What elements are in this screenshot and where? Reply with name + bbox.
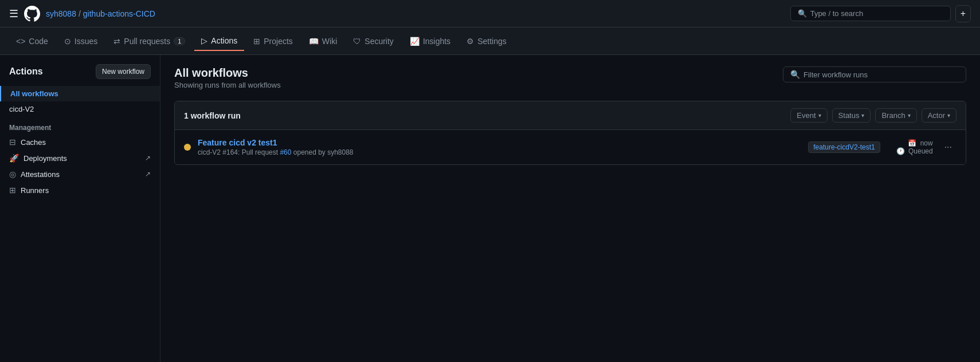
sidebar-item-attestations[interactable]: ◎ Attestations ↗ — [0, 166, 160, 182]
filter-branch-label: Branch — [881, 111, 905, 120]
sidebar-title: Actions — [9, 66, 43, 77]
repo-link[interactable]: github-actions-CICD — [83, 9, 155, 18]
nav-insights-label: Insights — [423, 37, 450, 46]
run-pr-link[interactable]: #60 — [280, 148, 291, 156]
search-icon: 🔍 — [798, 9, 807, 18]
repo-nav: <> Code ⊙ Issues ⇄ Pull requests 1 ▷ Act… — [0, 27, 980, 55]
runs-table-header: 1 workflow run Event ▾ Status ▾ Branch ▾ — [175, 101, 966, 130]
nav-item-actions[interactable]: ▷ Actions — [194, 32, 244, 51]
run-queued-text: Queued — [908, 147, 933, 155]
runners-label: Runners — [21, 186, 49, 195]
top-nav: ☰ syh8088 / github-actions-CICD 🔍 Type /… — [0, 0, 980, 27]
filter-search-icon: 🔍 — [790, 70, 800, 79]
actions-icon: ▷ — [201, 36, 207, 45]
security-icon: 🛡 — [353, 37, 361, 46]
filter-actor-button[interactable]: Actor ▾ — [922, 108, 957, 123]
sidebar: Actions New workflow All workflows cicd-… — [0, 55, 160, 362]
actor-chevron-icon: ▾ — [947, 112, 950, 119]
run-time-status: 🕐 Queued — [887, 147, 933, 155]
hamburger-icon[interactable]: ☰ — [9, 7, 18, 20]
run-status-indicator — [184, 144, 191, 151]
top-nav-right: 🔍 Type / to search + — [790, 5, 971, 22]
nav-actions-label: Actions — [211, 36, 237, 45]
calendar-icon: 📅 — [908, 139, 916, 147]
runs-table: 1 workflow run Event ▾ Status ▾ Branch ▾ — [174, 101, 966, 165]
new-workflow-button[interactable]: New workflow — [96, 64, 151, 79]
code-icon: <> — [16, 37, 25, 46]
filter-event-label: Event — [797, 111, 816, 120]
branch-chevron-icon: ▾ — [908, 112, 911, 119]
owner-link[interactable]: syh8088 — [46, 9, 76, 18]
deployments-label: Deployments — [23, 154, 67, 163]
attestations-label: Attestations — [21, 170, 60, 179]
sidebar-item-deployments[interactable]: 🚀 Deployments ↗ — [0, 150, 160, 166]
filter-status-label: Status — [838, 111, 860, 120]
path-separator: / — [79, 9, 81, 18]
sidebar-header: Actions New workflow — [0, 64, 160, 86]
filter-workflow-input[interactable] — [803, 70, 959, 79]
caches-icon: ⊟ — [9, 137, 16, 147]
plus-button[interactable]: + — [955, 5, 971, 22]
nav-item-issues[interactable]: ⊙ Issues — [57, 32, 104, 50]
nav-item-wiki[interactable]: 📖 Wiki — [302, 32, 344, 50]
nav-projects-label: Projects — [264, 37, 293, 46]
pull-requests-icon: ⇄ — [113, 37, 120, 46]
filter-event-button[interactable]: Event ▾ — [790, 108, 827, 123]
nav-item-insights[interactable]: 📈 Insights — [403, 32, 457, 50]
insights-icon: 📈 — [410, 37, 420, 46]
attestations-icon: ◎ — [9, 170, 16, 179]
projects-icon: ⊞ — [253, 37, 260, 46]
sidebar-item-all-workflows[interactable]: All workflows — [0, 86, 160, 101]
run-time: 📅 now 🕐 Queued — [887, 139, 933, 155]
run-branch-badge[interactable]: feature-cicdV2-test1 — [808, 141, 880, 153]
nav-code-label: Code — [29, 37, 48, 46]
run-meta: cicd-V2 #164: Pull request #60 opened by… — [198, 148, 801, 156]
pr-badge: 1 — [174, 37, 185, 45]
nav-item-code[interactable]: <> Code — [9, 32, 55, 50]
runners-icon: ⊞ — [9, 186, 16, 195]
deployments-arrow-icon: ↗ — [145, 154, 151, 162]
deployments-icon: 🚀 — [9, 154, 19, 163]
nav-wiki-label: Wiki — [322, 37, 337, 46]
clock-icon: 🕐 — [896, 147, 905, 155]
search-placeholder-text: Type / to search — [810, 9, 864, 18]
attestations-arrow-icon: ↗ — [145, 170, 151, 178]
filter-status-button[interactable]: Status ▾ — [832, 108, 871, 123]
repo-path: syh8088 / github-actions-CICD — [46, 9, 155, 18]
sidebar-item-caches[interactable]: ⊟ Caches — [0, 134, 160, 150]
wiki-icon: 📖 — [309, 37, 319, 46]
run-more-button[interactable]: ··· — [940, 140, 957, 155]
run-name[interactable]: Feature cicd v2 test1 — [198, 138, 801, 147]
content-header: All workflows Showing runs from all work… — [174, 66, 966, 89]
nav-pr-label: Pull requests — [124, 37, 170, 46]
all-workflows-label: All workflows — [10, 89, 58, 98]
nav-item-security[interactable]: 🛡 Security — [346, 32, 401, 50]
runs-count: 1 workflow run — [184, 111, 241, 120]
nav-item-settings[interactable]: ⚙ Settings — [460, 32, 513, 50]
sidebar-item-cicd-v2[interactable]: cicd-V2 — [0, 101, 160, 117]
top-nav-left: ☰ syh8088 / github-actions-CICD — [9, 5, 786, 23]
settings-icon: ⚙ — [467, 37, 474, 46]
run-now-text: now — [920, 139, 933, 147]
nav-settings-label: Settings — [477, 37, 507, 46]
main-layout: Actions New workflow All workflows cicd-… — [0, 55, 980, 362]
nav-issues-label: Issues — [75, 37, 97, 46]
filter-actor-label: Actor — [928, 111, 945, 120]
cicd-v2-label: cicd-V2 — [9, 105, 34, 113]
caches-label: Caches — [21, 138, 46, 147]
content-title-group: All workflows Showing runs from all work… — [174, 66, 281, 89]
sidebar-item-runners[interactable]: ⊞ Runners — [0, 182, 160, 198]
issues-icon: ⊙ — [64, 37, 71, 46]
run-info: Feature cicd v2 test1 cicd-V2 #164: Pull… — [198, 138, 801, 156]
filter-input-wrap[interactable]: 🔍 — [783, 66, 966, 82]
nav-security-label: Security — [364, 37, 394, 46]
run-time-label: 📅 now — [887, 139, 933, 147]
page-subtitle: Showing runs from all workflows — [174, 81, 281, 89]
page-title: All workflows — [174, 66, 281, 80]
filter-branch-button[interactable]: Branch ▾ — [875, 108, 916, 123]
management-section-label: Management — [0, 117, 160, 134]
nav-item-pull-requests[interactable]: ⇄ Pull requests 1 — [107, 32, 192, 50]
main-content: All workflows Showing runs from all work… — [160, 55, 980, 362]
nav-item-projects[interactable]: ⊞ Projects — [246, 32, 300, 50]
search-bar[interactable]: 🔍 Type / to search — [790, 6, 951, 21]
